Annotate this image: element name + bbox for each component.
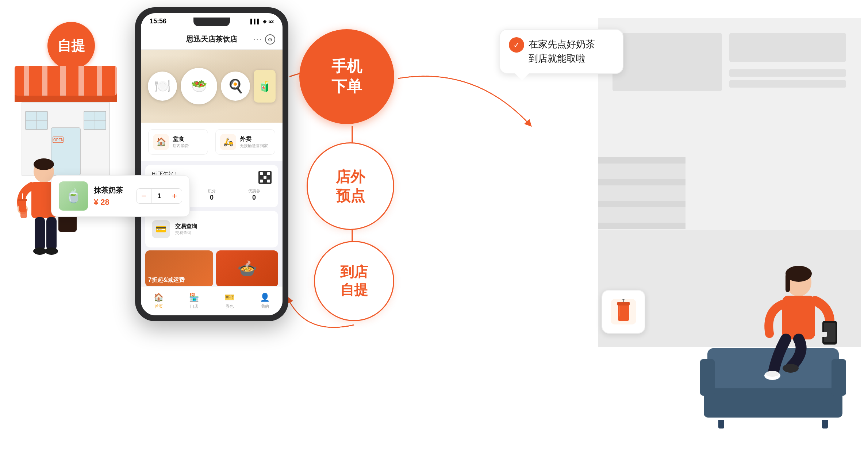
points-value: 0 [194,194,229,201]
svg-point-52 [766,371,779,377]
nav-tab-home[interactable]: 🏠 首页 [141,293,176,309]
home-icon: 🏠 [154,293,164,302]
node-mobile-order: 手机下单 [299,29,394,124]
qty-increase-button[interactable]: + [167,189,182,203]
status-time: 15:56 [150,18,166,25]
coupon-icon: 🎫 [224,293,234,302]
svg-rect-58 [619,305,620,316]
nav-tab-store[interactable]: 🏪 门店 [176,293,212,309]
dine-in-label: 堂食 [173,135,189,143]
dine-in-desc: 店内消费 [173,143,189,149]
dine-in-option[interactable]: 🏠 堂食 店内消费 [148,129,208,155]
svg-rect-41 [598,179,685,185]
svg-rect-37 [729,69,846,77]
floating-product-card: 🍵 抹茶奶茶 ¥ 28 − 1 + [51,175,190,217]
svg-rect-36 [729,33,846,62]
svg-point-29 [45,247,58,255]
nav-tab-coupon[interactable]: 🎫 券包 [212,293,247,309]
stat-points: 积分 0 [194,188,229,201]
svg-rect-27 [46,217,57,250]
qty-decrease-button[interactable]: − [137,189,151,203]
svg-rect-38 [729,80,846,88]
phone-wrapper: 15:56 ▌▌▌ ◈ 52 思迅天店茶饮店 ··· ⊙ 🍽️ 🥗 🍳 [135,7,288,445]
speech-bubble-text: 在家先点好奶茶 到店就能取啦 [529,37,595,66]
svg-text:OPEN: OPEN [53,138,64,142]
battery-value: 52 [269,19,274,24]
wifi-icon: ◈ [263,19,266,24]
right-section: ✓ 在家先点好奶茶 到店就能取啦 [539,0,861,465]
sofa-arm-left [700,359,715,396]
svg-point-57 [622,299,625,300]
node-mobile-order-label: 手机下单 [331,57,362,96]
promo-image-1: 7折起&减运费 [145,250,213,287]
nav-home-label: 首页 [155,304,163,309]
signal-icon: ▌▌▌ [250,19,261,24]
speech-bubble-tail [515,73,529,80]
svg-rect-47 [782,296,815,339]
points-label: 积分 [194,188,229,194]
svg-rect-6 [15,66,117,96]
phone-screen: 15:56 ▌▌▌ ◈ 52 思迅天店茶饮店 ··· ⊙ 🍽️ 🥗 🍳 [141,13,283,315]
promo-section: 7折起&减运费 🍲 [145,250,278,287]
quantity-control[interactable]: − 1 + [136,188,182,204]
nav-store-label: 门店 [190,304,198,309]
svg-rect-35 [612,33,722,91]
food-plate-2: 🥗 [181,68,217,104]
food-plate-1: 🍽️ [148,72,177,101]
svg-rect-40 [598,157,685,164]
node-pickup-label: 到店自提 [340,263,368,299]
banner-food-overlay: 🍽️ 🥗 🍳 🧃 [141,50,283,123]
svg-rect-55 [617,302,630,305]
delivery-option[interactable]: 🛵 外卖 无接触送喜到家 [215,129,275,155]
svg-point-50 [783,364,799,373]
speech-bubble: ✓ 在家先点好奶茶 到店就能取啦 [499,29,623,74]
cup-svg [614,299,633,324]
svg-rect-31 [18,199,27,201]
coupon-label: 优惠券 [237,188,272,194]
svg-rect-53 [816,332,827,337]
person-right-illustration [718,253,842,429]
transaction-icon: 💳 [152,220,170,238]
check-icon: ✓ [509,37,524,53]
dine-in-icon: 🏠 [153,134,169,150]
qty-value: 1 [151,189,167,203]
status-icons: ▌▌▌ ◈ 52 [250,19,274,24]
svg-rect-46 [786,274,790,292]
svg-rect-39 [598,157,685,223]
nav-profile-label: 我的 [261,304,269,309]
delivery-label: 外卖 [240,135,268,143]
svg-rect-43 [598,223,685,229]
drink-icon [611,299,636,324]
qr-code-mini[interactable] [258,171,272,184]
app-banner: 🍽️ 🥗 🍳 🧃 [141,50,283,123]
svg-rect-26 [35,217,45,250]
product-info: 抹茶奶茶 ¥ 28 [94,185,130,207]
svg-point-28 [33,247,46,255]
node-preorder-label: 店外预点 [336,167,365,205]
promo-text: 7折起&减运费 [148,276,185,284]
product-price: ¥ 28 [94,197,130,207]
transaction-label: 交易查询 [175,223,197,230]
delivery-icon: 🛵 [220,134,236,150]
store-icon: 🏪 [189,293,199,302]
service-options: 🏠 堂食 店内消费 🛵 外卖 无接触送喜到家 [141,123,283,161]
phone-shell: 15:56 ▌▌▌ ◈ 52 思迅天店茶饮店 ··· ⊙ 🍽️ 🥗 🍳 [135,7,288,321]
svg-rect-5 [15,95,117,102]
drink-glass: 🧃 [254,70,276,103]
svg-rect-42 [598,201,685,207]
svg-point-20 [34,158,54,170]
stat-coupon: 优惠券 0 [237,188,272,201]
promo-image-2: 🍲 [216,250,278,287]
profile-icon: 👤 [260,293,270,302]
bottom-nav: 🏠 首页 🏪 门店 🎫 券包 👤 我的 [141,286,283,315]
nav-coupon-label: 券包 [226,304,234,309]
drink-bubble [602,290,645,334]
nav-tab-profile[interactable]: 👤 我的 [247,293,283,309]
delivery-desc: 无接触送喜到家 [240,143,268,149]
product-name: 抹茶奶茶 [94,185,130,195]
svg-rect-30 [19,201,26,212]
app-navbar: 思迅天店茶饮店 ··· ⊙ [141,29,283,50]
app-title: 思迅天店茶饮店 [186,34,237,44]
navbar-qr-icon[interactable]: ⊙ [265,34,275,45]
navbar-more-icon[interactable]: ··· [253,35,262,44]
